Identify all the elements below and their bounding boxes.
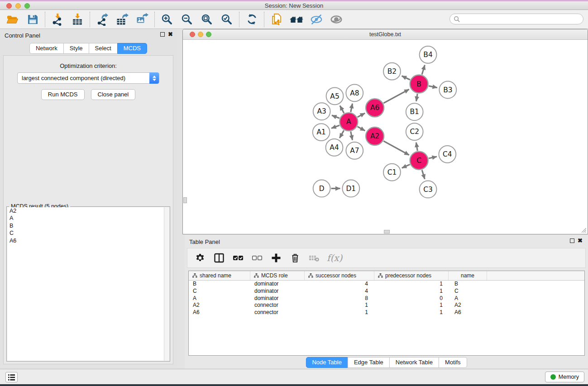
result-item[interactable]: A6 bbox=[7, 237, 164, 244]
tab-network-table[interactable]: Network Table bbox=[389, 357, 439, 368]
save-session-icon[interactable] bbox=[24, 11, 41, 28]
table-cell[interactable]: 8 bbox=[305, 295, 374, 302]
network-zoom-button[interactable] bbox=[206, 32, 211, 37]
search-input[interactable] bbox=[460, 14, 583, 24]
table-cell[interactable]: dominator bbox=[250, 295, 305, 302]
graph-edge-A-A5[interactable] bbox=[340, 105, 344, 113]
result-item[interactable]: C bbox=[7, 229, 164, 237]
table-cell[interactable]: A bbox=[189, 295, 250, 302]
graph-node-A4[interactable]: A4 bbox=[326, 139, 343, 156]
result-item[interactable]: B bbox=[7, 222, 164, 229]
result-scrollbar[interactable] bbox=[164, 207, 169, 361]
hide-selected-icon[interactable] bbox=[308, 11, 325, 28]
table-cell[interactable]: 1 bbox=[305, 309, 374, 316]
graph-node-C3[interactable]: C3 bbox=[420, 181, 437, 198]
float-panel-icon[interactable] bbox=[160, 32, 165, 37]
vertical-scrollbar-thumb[interactable] bbox=[183, 197, 187, 203]
select-all-icon[interactable] bbox=[231, 251, 245, 265]
graph-node-A5[interactable]: A5 bbox=[326, 88, 344, 105]
tab-node-table[interactable]: Node Table bbox=[306, 357, 348, 368]
graph-node-B4[interactable]: B4 bbox=[420, 46, 437, 63]
add-column-icon[interactable] bbox=[269, 251, 283, 265]
first-neighbors-icon[interactable] bbox=[288, 11, 305, 28]
tab-network[interactable]: Network bbox=[29, 43, 64, 54]
deselect-all-icon[interactable] bbox=[250, 251, 264, 265]
network-window-titlebar[interactable]: testGlobe.txt bbox=[183, 29, 588, 40]
table-cell[interactable]: 1 bbox=[374, 302, 449, 309]
table-cell[interactable]: dominator bbox=[250, 288, 305, 295]
graph-edge-C-C3[interactable] bbox=[422, 170, 425, 179]
table-cell[interactable]: connector bbox=[250, 302, 305, 309]
delete-column-icon[interactable] bbox=[288, 251, 302, 265]
table-cell[interactable]: A bbox=[449, 295, 487, 302]
graph-node-A3[interactable]: A3 bbox=[313, 103, 330, 120]
table-cell[interactable]: 1 bbox=[374, 288, 449, 295]
column-header-shared-name[interactable]: shared name bbox=[189, 271, 250, 280]
table-cell[interactable]: C bbox=[449, 288, 487, 295]
graph-edge-C-C4[interactable] bbox=[429, 157, 437, 158]
graph-node-B[interactable]: B bbox=[410, 75, 428, 93]
network-graph[interactable]: B4B2BB3A8A5A6A3B1AA1C2A2A4A7C4CC1DD1C3 bbox=[183, 40, 587, 234]
tab-select[interactable]: Select bbox=[89, 43, 118, 54]
network-minimize-button[interactable] bbox=[198, 32, 203, 37]
column-header-predecessor-nodes[interactable]: predecessor nodes bbox=[374, 271, 449, 280]
result-item[interactable]: A2 bbox=[7, 207, 164, 214]
network-canvas[interactable]: B4B2BB3A8A5A6A3B1AA1C2A2A4A7C4CC1DD1C3 bbox=[183, 40, 587, 234]
zoom-selected-icon[interactable] bbox=[219, 11, 235, 28]
graph-edge-A-A6[interactable] bbox=[358, 113, 365, 117]
graph-node-D[interactable]: D bbox=[313, 180, 330, 197]
memory-button[interactable]: Memory bbox=[545, 372, 584, 382]
mcds-result-list[interactable]: A2ABCA6 bbox=[7, 207, 164, 361]
table-cell[interactable]: 4 bbox=[305, 288, 374, 295]
refresh-icon[interactable] bbox=[244, 11, 260, 28]
graph-node-D1[interactable]: D1 bbox=[342, 180, 359, 197]
export-image-icon[interactable] bbox=[134, 11, 150, 28]
graph-edge-B-B2[interactable] bbox=[402, 76, 410, 80]
zoom-out-icon[interactable] bbox=[179, 11, 195, 28]
result-item[interactable]: A bbox=[7, 214, 164, 222]
graph-edge-A6-B[interactable] bbox=[383, 89, 409, 103]
table-cell[interactable]: 1 bbox=[374, 281, 449, 288]
graph-node-C1[interactable]: C1 bbox=[383, 164, 401, 181]
new-network-from-selection-icon[interactable] bbox=[268, 11, 285, 28]
table-row[interactable]: Cdominator41C bbox=[189, 288, 584, 295]
graph-edge-C-C2[interactable] bbox=[416, 143, 417, 151]
criterion-dropdown[interactable]: largest connected component (directed) bbox=[17, 72, 159, 84]
tab-motifs[interactable]: Motifs bbox=[439, 357, 467, 368]
column-header-MCDS-role[interactable]: MCDS role bbox=[250, 271, 305, 280]
table-cell[interactable]: 1 bbox=[374, 309, 449, 316]
network-close-button[interactable] bbox=[190, 32, 195, 37]
graph-edge-A-A1[interactable] bbox=[331, 125, 339, 129]
table-cell[interactable]: connector bbox=[250, 309, 305, 316]
graph-edge-A-A4[interactable] bbox=[339, 130, 344, 138]
table-cell[interactable]: dominator bbox=[250, 281, 305, 288]
close-table-panel-icon[interactable]: ✖ bbox=[578, 238, 583, 243]
table-cell[interactable]: A6 bbox=[449, 309, 487, 316]
minimize-window-button[interactable] bbox=[15, 3, 21, 9]
zoom-in-icon[interactable] bbox=[159, 11, 175, 28]
table-row[interactable]: Adominator80A bbox=[189, 295, 584, 302]
graph-edge-A-A2[interactable] bbox=[358, 127, 365, 131]
graph-node-A8[interactable]: A8 bbox=[346, 85, 363, 102]
column-header-name[interactable]: name bbox=[449, 271, 487, 280]
show-all-icon[interactable] bbox=[328, 11, 344, 28]
tab-edge-table[interactable]: Edge Table bbox=[348, 357, 390, 368]
open-file-icon[interactable] bbox=[5, 11, 21, 28]
graph-node-B2[interactable]: B2 bbox=[383, 63, 401, 80]
table-cell[interactable]: A6 bbox=[189, 309, 250, 316]
graph-node-A2[interactable]: A2 bbox=[366, 127, 384, 145]
zoom-fit-icon[interactable] bbox=[199, 11, 215, 28]
table-row[interactable]: A2connector11A2 bbox=[189, 302, 584, 309]
table-cell[interactable]: 0 bbox=[374, 295, 449, 302]
table-cell[interactable]: B bbox=[189, 281, 250, 288]
table-cell[interactable]: B bbox=[449, 281, 487, 288]
zoom-window-button[interactable] bbox=[24, 3, 30, 9]
graph-edge-A-A7[interactable] bbox=[351, 132, 353, 140]
column-header-successor-nodes[interactable]: successor nodes bbox=[305, 271, 374, 280]
table-cell[interactable]: 1 bbox=[305, 302, 374, 309]
close-panel-icon[interactable]: ✖ bbox=[168, 32, 173, 37]
graph-node-A6[interactable]: A6 bbox=[366, 99, 384, 117]
table-settings-gear-icon[interactable] bbox=[193, 251, 207, 265]
graph-node-B1[interactable]: B1 bbox=[406, 103, 423, 120]
horizontal-scrollbar-thumb[interactable] bbox=[384, 230, 390, 234]
